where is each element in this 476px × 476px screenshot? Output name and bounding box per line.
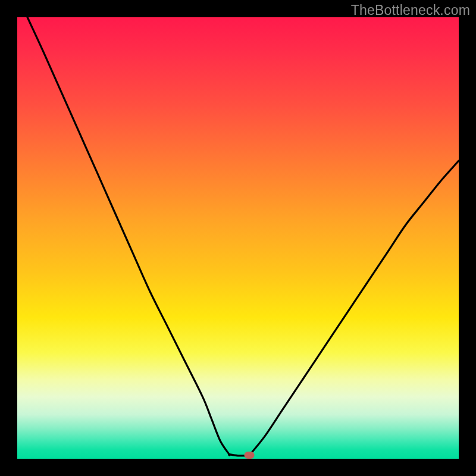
curve-path [27, 17, 459, 457]
optimal-marker [245, 452, 255, 459]
chart-frame: TheBottleneck.com [0, 0, 476, 476]
plot-area [17, 17, 459, 459]
watermark-text: TheBottleneck.com [351, 2, 470, 18]
bottleneck-curve [17, 17, 459, 459]
